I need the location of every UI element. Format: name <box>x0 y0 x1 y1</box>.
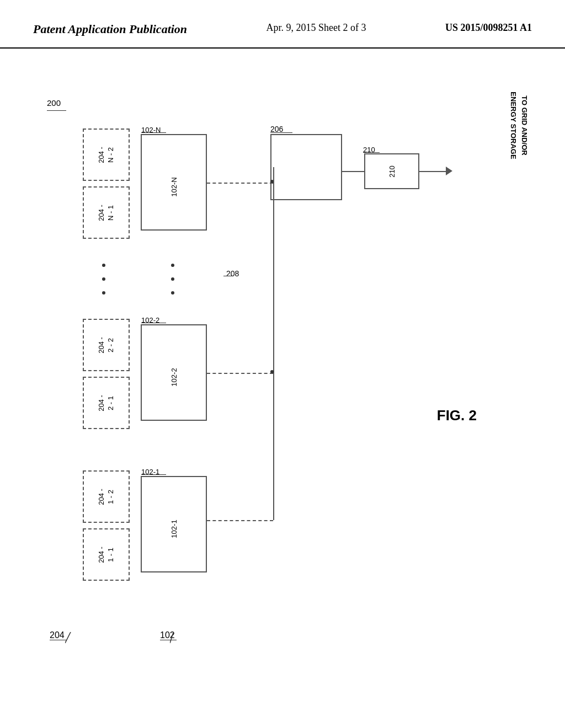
box-204-22: 204 -2 - 2 <box>83 319 130 371</box>
ref-208: 208 <box>226 269 239 278</box>
box-102-2: 102-2 <box>141 324 207 421</box>
ellipsis-right-1 <box>171 264 174 267</box>
patent-number: US 2015/0098251 A1 <box>445 22 532 34</box>
diagram-area: 200 204 -N - 2 204 -N - 1 102-N 102-N 20… <box>0 49 565 721</box>
box-204-12: 204 -1 - 2 <box>83 470 130 523</box>
svg-line-1 <box>170 632 186 643</box>
ellipsis-right-2 <box>171 277 174 281</box>
ellipsis-left-3 <box>102 291 105 295</box>
junction-dot-2 <box>270 370 274 373</box>
box-204-N2: 204 -N - 2 <box>83 129 130 181</box>
box-206 <box>270 134 342 200</box>
ref-200: 200 <box>47 98 61 108</box>
fig-label: FIG. 2 <box>437 407 477 424</box>
svg-line-0 <box>65 632 93 643</box>
box-102-N: 102-N <box>141 134 207 231</box>
ellipsis-left-1 <box>102 264 105 267</box>
box-204-11: 204 -1 - 1 <box>83 528 130 581</box>
box-210: 210 <box>364 153 419 189</box>
box-204-N1: 204 -N - 1 <box>83 186 130 239</box>
box-102-1: 102-1 <box>141 476 207 572</box>
box-204-21: 204 -2 - 1 <box>83 377 130 429</box>
page-header: Patent Application Publication Apr. 9, 2… <box>0 0 565 49</box>
publication-title: Patent Application Publication <box>33 22 187 36</box>
ellipsis-right-3 <box>171 291 174 295</box>
ellipsis-left-2 <box>102 277 105 281</box>
sheet-info: Apr. 9, 2015 Sheet 2 of 3 <box>266 22 366 34</box>
ref-204-label: 204 <box>50 630 65 640</box>
